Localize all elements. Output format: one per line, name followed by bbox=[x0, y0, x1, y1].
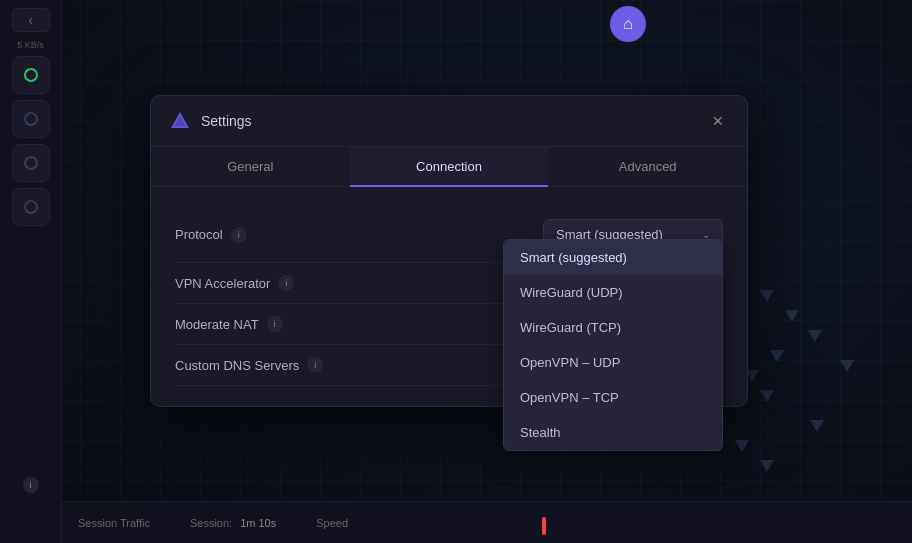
sidebar-info-icon[interactable]: i bbox=[23, 477, 39, 493]
map-marker bbox=[840, 360, 854, 372]
session-traffic-label: Session Traffic bbox=[78, 517, 150, 529]
dropdown-option-wireguard-tcp[interactable]: WireGuard (TCP) bbox=[504, 310, 722, 345]
vpn-accelerator-info-icon[interactable]: i bbox=[278, 275, 294, 291]
map-marker bbox=[760, 460, 774, 472]
dropdown-option-wireguard-udp[interactable]: WireGuard (UDP) bbox=[504, 275, 722, 310]
session-bar: Session Traffic Session: 1m 10s Speed bbox=[62, 501, 912, 543]
tab-advanced[interactable]: Advanced bbox=[548, 147, 747, 186]
dialog-tabs: General Connection Advanced bbox=[151, 147, 747, 187]
sidebar-btn-2[interactable] bbox=[12, 100, 50, 138]
sidebar-info-area: i bbox=[23, 477, 39, 493]
moderate-nat-info-icon[interactable]: i bbox=[267, 316, 283, 332]
speed-chart bbox=[356, 511, 556, 535]
map-marker bbox=[810, 420, 824, 432]
home-button[interactable]: ⌂ bbox=[610, 6, 646, 42]
custom-dns-label: Custom DNS Servers i bbox=[175, 357, 323, 373]
close-button[interactable]: ✕ bbox=[707, 110, 729, 132]
vpn-accelerator-label: VPN Accelerator i bbox=[175, 275, 294, 291]
sidebar-btn-3[interactable] bbox=[12, 144, 50, 182]
settings-dialog: Settings ✕ General Connection Advanced P… bbox=[150, 95, 748, 407]
arrow-left-icon: ‹ bbox=[28, 12, 33, 28]
map-marker bbox=[760, 290, 774, 302]
protocol-label: Protocol i bbox=[175, 227, 247, 243]
tab-connection[interactable]: Connection bbox=[350, 147, 549, 186]
map-marker bbox=[785, 310, 799, 322]
vpn-logo-icon bbox=[169, 110, 191, 132]
dropdown-option-openvpn-udp[interactable]: OpenVPN – UDP bbox=[504, 345, 722, 380]
sidebar-btn-4[interactable] bbox=[12, 188, 50, 226]
moderate-nat-label: Moderate NAT i bbox=[175, 316, 283, 332]
dropdown-option-smart[interactable]: Smart (suggested) bbox=[504, 240, 722, 275]
sidebar: ‹ 5 KB/s i bbox=[0, 0, 62, 543]
session-time-section: Session: 1m 10s bbox=[190, 517, 276, 529]
dialog-title-row: Settings bbox=[169, 110, 252, 132]
connection-status-icon bbox=[24, 68, 38, 82]
dropdown-option-stealth[interactable]: Stealth bbox=[504, 415, 722, 450]
protocol-dropdown-menu: Smart (suggested) WireGuard (UDP) WireGu… bbox=[503, 239, 723, 451]
dialog-title: Settings bbox=[201, 113, 252, 129]
sidebar-icon-2 bbox=[24, 112, 38, 126]
session-traffic-section: Session Traffic bbox=[78, 517, 150, 529]
sidebar-btn-1[interactable] bbox=[12, 56, 50, 94]
speed-label: Speed bbox=[316, 517, 348, 529]
sidebar-icon-4 bbox=[24, 200, 38, 214]
protocol-info-icon[interactable]: i bbox=[231, 227, 247, 243]
speed-section: Speed bbox=[316, 511, 556, 535]
dialog-body: Protocol i Smart (suggested) ⌄ VPN Accel… bbox=[151, 187, 747, 406]
sidebar-collapse-button[interactable]: ‹ bbox=[12, 8, 50, 32]
map-marker bbox=[808, 330, 822, 342]
home-icon: ⌂ bbox=[623, 15, 633, 33]
tab-general[interactable]: General bbox=[151, 147, 350, 186]
map-marker bbox=[770, 350, 784, 362]
dropdown-option-openvpn-tcp[interactable]: OpenVPN – TCP bbox=[504, 380, 722, 415]
speed-display: 5 KB/s bbox=[17, 40, 44, 50]
session-label: Session: bbox=[190, 517, 232, 529]
close-icon: ✕ bbox=[712, 113, 724, 129]
sidebar-icon-3 bbox=[24, 156, 38, 170]
dialog-header: Settings ✕ bbox=[151, 96, 747, 147]
speed-spike bbox=[542, 517, 546, 535]
custom-dns-info-icon[interactable]: i bbox=[307, 357, 323, 373]
map-marker bbox=[735, 440, 749, 452]
session-value: 1m 10s bbox=[240, 517, 276, 529]
map-marker bbox=[760, 390, 774, 402]
